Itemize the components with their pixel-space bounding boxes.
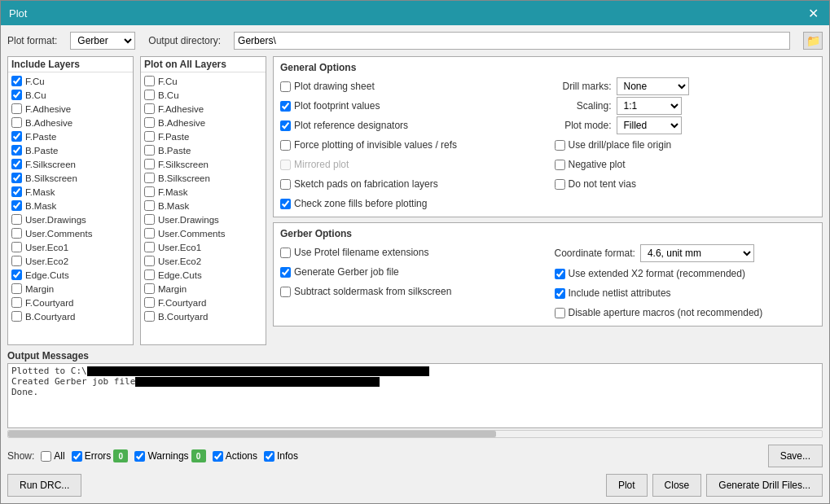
gerber-opt-right-cb-2[interactable] <box>555 308 565 318</box>
general-opt-left-1: Plot footprint values <box>280 98 542 114</box>
general-opt-right-cb-4[interactable] <box>555 160 565 170</box>
gerber-opt-left-cb-0[interactable] <box>280 248 291 258</box>
plot-all-layer-checkbox-16[interactable] <box>144 297 155 308</box>
output-dir-input[interactable] <box>234 32 790 50</box>
include-layer-checkbox-6[interactable] <box>11 159 22 169</box>
coordinate-format-label: Coordinate format: <box>555 248 635 259</box>
output-messages-title: Output Messages <box>7 350 823 362</box>
general-opt-left-cb-2[interactable] <box>280 121 291 131</box>
plot-all-layer-checkbox-3[interactable] <box>144 117 155 128</box>
general-opt-left-cb-3[interactable] <box>280 140 291 151</box>
save-button[interactable]: Save... <box>768 445 823 467</box>
gerber-opt-left-cb-1[interactable] <box>280 267 291 278</box>
plot-all-layer-checkbox-0[interactable] <box>144 76 155 86</box>
include-layer-checkbox-3[interactable] <box>11 117 22 128</box>
gerber-options-section: Gerber Options Use Protel filename exten… <box>273 222 823 327</box>
include-layer-checkbox-17[interactable] <box>11 311 22 322</box>
plot-all-layer-checkbox-14[interactable] <box>144 270 155 280</box>
general-opt-right-select-1[interactable]: 1:11:22:1 <box>617 97 682 115</box>
filter-infos-checkbox[interactable] <box>264 451 274 462</box>
plot-all-layer-checkbox-4[interactable] <box>144 131 155 142</box>
general-opt-right-cb-5[interactable] <box>555 179 565 190</box>
plot-all-layer-checkbox-12[interactable] <box>144 242 155 252</box>
include-layer-item: F.Silkscreen <box>10 157 131 171</box>
general-opt-left-cb-1[interactable] <box>280 101 291 112</box>
include-layer-checkbox-0[interactable] <box>11 76 22 86</box>
plot-all-layer-label: B.Silkscreen <box>158 173 210 183</box>
plot-all-layer-checkbox-6[interactable] <box>144 159 155 169</box>
include-layer-checkbox-7[interactable] <box>11 173 22 183</box>
plot-all-layer-checkbox-11[interactable] <box>144 228 155 239</box>
general-opt-right-label-2: Plot mode: <box>555 120 612 131</box>
include-layer-checkbox-15[interactable] <box>11 283 22 294</box>
errors-badge: 0 <box>113 449 128 462</box>
messages-box[interactable]: Plotted to C:\Created Gerber job fileDon… <box>7 363 823 428</box>
general-options-grid: Plot drawing sheetPlot footprint valuesP… <box>280 78 815 212</box>
general-opt-left-4: Mirrored plot <box>280 156 542 173</box>
plot-all-layer-label: B.Courtyard <box>158 312 208 322</box>
plot-button[interactable]: Plot <box>606 474 648 497</box>
plot-all-layer-checkbox-8[interactable] <box>144 186 155 197</box>
coordinate-format-select[interactable]: 4.5, unit mm4.6, unit mm4.6, unit inch <box>640 244 754 262</box>
plot-all-layer-checkbox-9[interactable] <box>144 200 155 211</box>
general-opt-left-label-1: Plot footprint values <box>294 100 380 112</box>
plot-all-layer-label: F.Courtyard <box>158 298 206 308</box>
general-opt-right-select-2[interactable]: FilledSketch <box>617 116 682 134</box>
gerber-opt-right-cb-1[interactable] <box>555 288 565 299</box>
general-opt-left-cb-5[interactable] <box>280 179 291 190</box>
filter-actions-checkbox[interactable] <box>213 451 223 462</box>
general-opt-left-label-3: Force plotting of invisible values / ref… <box>294 139 457 151</box>
include-layer-checkbox-8[interactable] <box>11 186 22 197</box>
plot-all-layer-checkbox-2[interactable] <box>144 103 155 114</box>
include-layer-checkbox-11[interactable] <box>11 228 22 239</box>
general-opt-right-label-4: Negative plot <box>569 159 626 170</box>
include-layer-checkbox-2[interactable] <box>11 103 22 114</box>
general-opt-right-select-0[interactable]: NoneSmallActual size <box>617 77 689 95</box>
include-layer-checkbox-5[interactable] <box>11 145 22 156</box>
output-messages: Output Messages Plotted to C:\Created Ge… <box>7 350 823 438</box>
include-layer-checkbox-9[interactable] <box>11 200 22 211</box>
include-layer-item: F.Paste <box>10 129 131 143</box>
include-layer-checkbox-12[interactable] <box>11 242 22 252</box>
general-opt-right-cb-3[interactable] <box>555 140 565 151</box>
general-opt-left-label-0: Plot drawing sheet <box>294 81 375 92</box>
message-line-0: Plotted to C:\ <box>11 366 819 376</box>
plot-all-layer-checkbox-15[interactable] <box>144 283 155 294</box>
gerber-opt-left-cb-2[interactable] <box>280 287 291 297</box>
plot-all-layer-checkbox-7[interactable] <box>144 173 155 183</box>
close-button[interactable]: Close <box>652 474 702 497</box>
plot-format-select[interactable]: Gerber PostScript SVG DXF HPGL PDF <box>70 32 135 50</box>
plot-format-label: Plot format: <box>7 35 57 46</box>
include-layer-label: F.Mask <box>25 187 55 197</box>
general-opt-left-cb-6[interactable] <box>280 199 291 209</box>
include-layer-checkbox-1[interactable] <box>11 90 22 100</box>
include-layer-checkbox-14[interactable] <box>11 270 22 280</box>
plot-all-layer-checkbox-1[interactable] <box>144 90 155 100</box>
include-layer-checkbox-13[interactable] <box>11 256 22 266</box>
plot-all-layer-checkbox-13[interactable] <box>144 256 155 266</box>
browse-button[interactable]: 📁 <box>803 32 823 50</box>
include-layer-label: F.Courtyard <box>25 298 73 308</box>
include-layer-label: User.Eco1 <box>25 243 68 252</box>
general-opt-left-cb-0[interactable] <box>280 81 291 92</box>
general-opt-left-label-6: Check zone fills before plotting <box>294 198 427 209</box>
plot-all-layer-checkbox-5[interactable] <box>144 145 155 156</box>
close-window-button[interactable]: ✕ <box>805 5 821 21</box>
plot-all-layer-label: B.Mask <box>158 201 189 211</box>
gerber-opt-right-cb-0[interactable] <box>555 269 565 279</box>
include-layer-label: User.Eco2 <box>25 256 68 266</box>
include-layer-checkbox-10[interactable] <box>11 214 22 225</box>
generate-drill-button[interactable]: Generate Drill Files... <box>706 474 823 497</box>
plot-all-layer-checkbox-10[interactable] <box>144 214 155 225</box>
include-layer-checkbox-16[interactable] <box>11 297 22 308</box>
filter-all-checkbox[interactable] <box>41 451 51 462</box>
include-layer-checkbox-4[interactable] <box>11 131 22 142</box>
top-row: Plot format: Gerber PostScript SVG DXF H… <box>7 32 823 50</box>
horizontal-scrollbar[interactable] <box>7 430 823 438</box>
filter-warnings-checkbox[interactable] <box>134 451 145 462</box>
include-layer-label: B.Adhesive <box>25 118 72 128</box>
filter-errors-checkbox[interactable] <box>72 451 82 462</box>
run-drc-button[interactable]: Run DRC... <box>7 474 81 497</box>
gerber-left-col: Use Protel filename extensionsGenerate G… <box>280 244 542 321</box>
plot-all-layer-checkbox-17[interactable] <box>144 311 155 322</box>
